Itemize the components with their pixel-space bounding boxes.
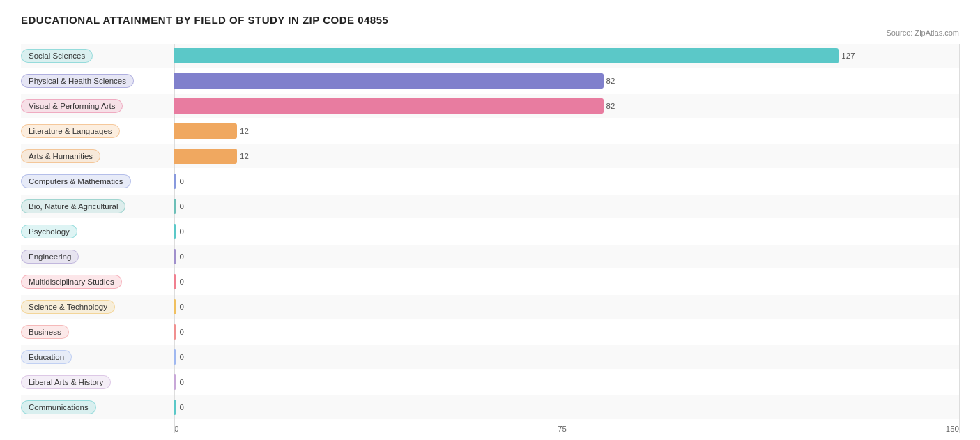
bar-fill: 127: [174, 48, 839, 63]
bar-value-label: 82: [606, 102, 615, 110]
bar-container: 82: [174, 73, 959, 89]
bar-row: Social Sciences127: [21, 44, 959, 68]
bar-fill: 0: [174, 174, 176, 189]
bar-fill: 0: [174, 299, 176, 314]
bar-row: Engineering0: [21, 245, 959, 268]
bar-fill: 0: [174, 274, 176, 289]
bar-value-label: 0: [179, 328, 183, 336]
bar-label: Social Sciences: [21, 49, 174, 63]
bar-container: 0: [174, 349, 959, 365]
bar-label: Literature & Languages: [21, 124, 174, 138]
bar-label: Education: [21, 350, 174, 364]
bar-label-pill: Business: [21, 325, 69, 339]
x-tick-150: 150: [946, 425, 959, 433]
bar-fill: 0: [174, 324, 176, 340]
bar-container: 0: [174, 400, 959, 415]
bar-row: Liberal Arts & History0: [21, 370, 959, 394]
bar-value-label: 0: [179, 378, 183, 386]
bar-label-pill: Social Sciences: [21, 49, 93, 63]
bar-container: 0: [174, 299, 959, 314]
bar-fill: 12: [174, 149, 237, 164]
bar-row: Education0: [21, 345, 959, 369]
bar-value-label: 0: [179, 227, 183, 236]
x-tick-0: 0: [174, 425, 178, 433]
bar-row: Physical & Health Sciences82: [21, 69, 959, 93]
bar-value-label: 127: [841, 52, 855, 60]
bar-container: 0: [174, 174, 959, 189]
bar-row: Science & Technology0: [21, 295, 959, 319]
bar-value-label: 0: [179, 278, 183, 286]
bar-value-label: 82: [606, 77, 615, 85]
bar-label: Science & Technology: [21, 300, 174, 314]
bar-label-pill: Communications: [21, 400, 96, 414]
bar-row: Visual & Performing Arts82: [21, 94, 959, 118]
bar-label-pill: Psychology: [21, 225, 77, 238]
bar-label: Liberal Arts & History: [21, 375, 174, 389]
bar-fill: 0: [174, 400, 176, 415]
bar-label-pill: Computers & Mathematics: [21, 174, 131, 188]
bar-fill: 0: [174, 249, 176, 264]
bar-row: Communications0: [21, 395, 959, 419]
bar-row: Computers & Mathematics0: [21, 169, 959, 193]
bar-label-pill: Education: [21, 350, 72, 364]
bar-label-pill: Literature & Languages: [21, 124, 120, 138]
bar-label: Multidisciplinary Studies: [21, 275, 174, 289]
bar-fill: 0: [174, 349, 176, 365]
bar-value-label: 12: [240, 127, 249, 135]
bar-fill: 12: [174, 123, 237, 139]
bar-value-label: 0: [179, 252, 183, 261]
bar-label-pill: Liberal Arts & History: [21, 375, 111, 389]
bar-container: 12: [174, 149, 959, 164]
bar-label: Visual & Performing Arts: [21, 99, 174, 113]
bar-label-pill: Engineering: [21, 250, 79, 264]
bar-container: 0: [174, 249, 959, 264]
bar-fill: 0: [174, 224, 176, 239]
bar-row: Multidisciplinary Studies0: [21, 270, 959, 294]
bar-label: Arts & Humanities: [21, 149, 174, 163]
x-tick-75: 75: [558, 425, 567, 433]
chart-wrapper: Social Sciences127Physical & Health Scie…: [21, 44, 959, 433]
bar-label-pill: Physical & Health Sciences: [21, 74, 134, 88]
bar-label-pill: Bio, Nature & Agricultural: [21, 199, 125, 213]
bar-container: 12: [174, 123, 959, 139]
bar-fill: 0: [174, 374, 176, 390]
bar-container: 0: [174, 324, 959, 340]
bar-row: Arts & Humanities12: [21, 144, 959, 168]
bar-row: Business0: [21, 320, 959, 344]
bar-value-label: 0: [179, 353, 183, 361]
bar-label: Computers & Mathematics: [21, 174, 174, 188]
bar-row: Psychology0: [21, 220, 959, 243]
bar-value-label: 0: [179, 303, 183, 311]
bar-label: Bio, Nature & Agricultural: [21, 199, 174, 213]
bar-label-pill: Multidisciplinary Studies: [21, 275, 122, 289]
bar-fill: 0: [174, 199, 176, 214]
bar-value-label: 0: [179, 202, 183, 211]
bar-label-pill: Science & Technology: [21, 300, 115, 314]
chart-title: EDUCATIONAL ATTAINMENT BY FIELD OF STUDY…: [21, 14, 959, 26]
bar-label: Business: [21, 325, 174, 339]
source-label: Source: ZipAtlas.com: [21, 29, 959, 37]
bar-value-label: 12: [240, 152, 249, 160]
bar-label-pill: Visual & Performing Arts: [21, 99, 123, 113]
bar-label: Engineering: [21, 250, 174, 264]
bar-label-pill: Arts & Humanities: [21, 149, 100, 163]
bar-container: 0: [174, 224, 959, 239]
bar-label: Psychology: [21, 225, 174, 238]
bar-fill: 82: [174, 98, 604, 114]
bars-container: Social Sciences127Physical & Health Scie…: [21, 44, 959, 419]
bar-container: 0: [174, 274, 959, 289]
bar-value-label: 0: [179, 177, 183, 185]
bar-value-label: 0: [179, 403, 183, 411]
bar-container: 0: [174, 374, 959, 390]
bar-container: 0: [174, 199, 959, 214]
bar-container: 127: [174, 48, 959, 63]
bar-row: Bio, Nature & Agricultural0: [21, 195, 959, 218]
bar-container: 82: [174, 98, 959, 114]
bar-row: Literature & Languages12: [21, 119, 959, 143]
bar-fill: 82: [174, 73, 604, 89]
bar-label: Communications: [21, 400, 174, 414]
bar-label: Physical & Health Sciences: [21, 74, 174, 88]
x-axis: 0 75 150: [21, 422, 959, 433]
